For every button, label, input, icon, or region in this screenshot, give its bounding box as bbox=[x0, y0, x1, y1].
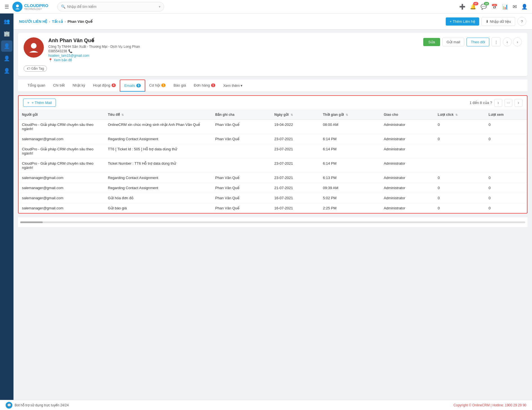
avatar bbox=[24, 37, 44, 58]
tab-tong-quan[interactable]: Tổng quan bbox=[24, 80, 49, 91]
tab-co-hoi-badge: 1 bbox=[161, 83, 166, 87]
sidebar-item-contacts[interactable]: 👥 bbox=[1, 16, 12, 27]
add-icon-btn[interactable]: ➕ bbox=[459, 4, 465, 10]
import-button[interactable]: ⬇ Nhập dữ liệu bbox=[481, 17, 515, 26]
top-navigation: ☰ CLOUDPRO TECHNOLOGY 🔍 ▾ ➕ 🔔47 💬10 📅 📊 … bbox=[0, 0, 532, 13]
help-button[interactable]: ? bbox=[517, 17, 526, 26]
footer-copyright: Copyright © OnlineCRM | Hotline: bbox=[454, 403, 505, 407]
cell-views: 0 bbox=[485, 134, 527, 144]
breadcrumb-root[interactable]: NGƯỜI LIÊN HỆ bbox=[19, 19, 47, 24]
table-row[interactable]: CloudPro - Giải pháp CRM chuyên sâu theo… bbox=[19, 158, 527, 173]
table-row[interactable]: salemanager@gmail.com Gửi hóa đơn đỏ Pha… bbox=[19, 193, 527, 203]
table-row[interactable]: CloudPro - Giải pháp CRM chuyên sâu theo… bbox=[19, 120, 527, 134]
search-icon: 🔍 bbox=[61, 4, 65, 9]
more-pages-button[interactable]: ··· bbox=[504, 99, 512, 107]
sidebar-item-person2[interactable]: 👤 bbox=[1, 53, 12, 64]
table-row[interactable]: salemanager@gmail.com Regarding Contact … bbox=[19, 134, 527, 144]
nav-icons: ➕ 🔔47 💬10 📅 📊 ✉ 👤 bbox=[459, 4, 528, 10]
cell-assigned: Administrator bbox=[380, 134, 434, 144]
cell-time: 2:25 PM bbox=[320, 203, 381, 213]
main-content: NGƯỜI LIÊN HỆ › Tất cả › Phan Văn Quế + … bbox=[13, 13, 532, 410]
cell-date: 23-07-2021 bbox=[271, 134, 320, 144]
notifications-btn[interactable]: 🔔47 bbox=[470, 4, 476, 10]
footer: 💬 Bot hỗ trợ sử dụng trực tuyến 24/24 Co… bbox=[0, 400, 532, 410]
tab-chi-tiet[interactable]: Chi tiết bbox=[49, 80, 69, 91]
cell-date: 16-07-2021 bbox=[271, 203, 320, 213]
message-badge: 10 bbox=[484, 2, 489, 5]
sort-clicks-icon: ⇅ bbox=[455, 113, 458, 116]
tab-emails[interactable]: Emails 8 bbox=[120, 80, 145, 92]
logo-name: CLOUDPRO bbox=[24, 3, 48, 8]
cell-clicks: 0 bbox=[434, 183, 485, 193]
table-row[interactable]: salemanager@gmail.com Regarding Contact … bbox=[19, 173, 527, 183]
col-assigned: Giao cho bbox=[380, 110, 434, 120]
edit-button[interactable]: Sửa bbox=[423, 38, 440, 46]
cell-subject: Regarding Contact Assignment bbox=[105, 173, 212, 183]
prev-contact-button[interactable]: ‹ bbox=[503, 37, 512, 46]
more-options-button[interactable]: ⋮ bbox=[492, 37, 501, 46]
cell-views bbox=[485, 158, 527, 173]
tab-xem-them[interactable]: Xem thêm ▾ bbox=[219, 80, 246, 91]
table-row[interactable]: salemanager@gmail.com Regarding Contact … bbox=[19, 183, 527, 193]
search-input[interactable] bbox=[67, 4, 159, 9]
tag-button[interactable]: 🏷 Gắn Tag bbox=[24, 65, 47, 72]
next-contact-button[interactable]: › bbox=[513, 37, 522, 46]
cell-date: 21-07-2021 bbox=[271, 183, 320, 193]
cell-sender: salemanager@gmail.com bbox=[19, 203, 105, 213]
breadcrumb-sep1: › bbox=[49, 19, 50, 24]
horizontal-scrollbar[interactable] bbox=[18, 217, 528, 227]
cell-subject: Ticket Number : TT6 Hỗ trợ data dùng thử bbox=[105, 158, 212, 173]
send-mail-button[interactable]: Gửi mail bbox=[442, 38, 464, 46]
col-clicks: Lượt click ⇅ bbox=[434, 110, 485, 120]
follow-button[interactable]: Theo dõi bbox=[467, 38, 489, 46]
cell-parent: Phan Văn Quế bbox=[212, 120, 271, 134]
table-row[interactable]: CloudPro - Giải pháp CRM chuyên sâu theo… bbox=[19, 144, 527, 158]
search-chevron: ▾ bbox=[159, 5, 160, 9]
cell-subject: Gửi hóa đơn đỏ bbox=[105, 193, 212, 203]
contact-email[interactable]: hoatien_lam15@gmail.com bbox=[48, 54, 419, 58]
footer-left: 💬 Bot hỗ trợ sử dụng trực tuyến 24/24 bbox=[6, 402, 69, 409]
tab-don-hang-badge: 1 bbox=[211, 83, 216, 87]
cell-assigned: Administrator bbox=[380, 144, 434, 158]
tab-hoat-dong-badge: 4 bbox=[112, 83, 116, 87]
analytics-btn[interactable]: 📊 bbox=[502, 4, 508, 10]
next-page-button[interactable]: › bbox=[515, 99, 522, 107]
sort-subject-icon: ⇅ bbox=[121, 113, 124, 116]
contact-map[interactable]: 📍 Xem bản đồ bbox=[48, 58, 419, 62]
prev-page-button[interactable]: ‹ bbox=[494, 99, 502, 107]
contact-card: Anh Phan Văn Quế Công Ty TNHH Sản Xuất -… bbox=[18, 33, 528, 76]
cell-subject: Regarding Contact Assignment bbox=[105, 134, 212, 144]
breadcrumb-level2[interactable]: Tất cả bbox=[52, 19, 63, 24]
sidebar-item-person[interactable]: 👤 bbox=[1, 40, 12, 52]
cell-views: 0 bbox=[485, 120, 527, 134]
sidebar-item-companies[interactable]: 🏢 bbox=[1, 28, 12, 39]
add-mail-button[interactable]: + + Thêm Mail bbox=[23, 99, 56, 107]
cell-date: 23-07-2021 bbox=[271, 144, 320, 158]
messages-btn[interactable]: 💬10 bbox=[481, 4, 487, 10]
cell-assigned: Administrator bbox=[380, 203, 434, 213]
calendar-btn[interactable]: 📅 bbox=[491, 4, 497, 10]
tab-nhat-ky[interactable]: Nhật ký bbox=[69, 80, 89, 91]
tab-co-hoi[interactable]: Cơ hội 1 bbox=[145, 80, 170, 91]
email-table-body: CloudPro - Giải pháp CRM chuyên sâu theo… bbox=[19, 120, 527, 213]
svg-point-1 bbox=[31, 43, 37, 49]
chat-bot-icon[interactable]: 💬 bbox=[6, 402, 12, 409]
search-bar[interactable]: 🔍 ▾ bbox=[57, 2, 164, 12]
table-row[interactable]: salemanager@gmail.com Gửi báo giá Phan V… bbox=[19, 203, 527, 213]
tab-don-hang[interactable]: Đơn hàng 1 bbox=[190, 80, 219, 91]
plus-icon: + bbox=[27, 101, 30, 105]
col-views: Lượt xem bbox=[485, 110, 527, 120]
cell-parent bbox=[212, 144, 271, 158]
user-profile-btn[interactable]: 👤 bbox=[521, 4, 528, 10]
hamburger-menu[interactable]: ☰ bbox=[4, 4, 9, 10]
footer-hotline[interactable]: 1900 29 29 90 bbox=[505, 403, 526, 407]
cell-views bbox=[485, 144, 527, 158]
logo[interactable]: CLOUDPRO TECHNOLOGY bbox=[12, 2, 48, 12]
sidebar-item-person3[interactable]: 👤 bbox=[1, 65, 12, 76]
tab-bao-gia[interactable]: Báo giá bbox=[169, 80, 190, 91]
email-table: Người gửi Tiêu đề ⇅ Bản ghi cha Ngày gửi… bbox=[19, 110, 527, 213]
add-contact-button[interactable]: + Thêm Liên hệ bbox=[446, 17, 479, 26]
mail-btn[interactable]: ✉ bbox=[513, 4, 517, 10]
tab-emails-badge: 8 bbox=[136, 84, 141, 87]
tab-hoat-dong[interactable]: Hoạt động 4 bbox=[89, 80, 120, 91]
